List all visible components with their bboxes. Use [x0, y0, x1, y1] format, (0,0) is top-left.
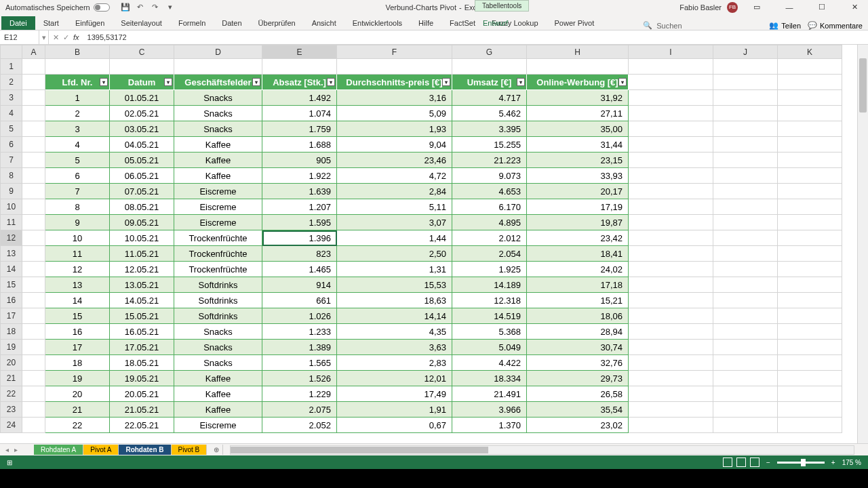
comments-button[interactable]: 💬Kommentare [808, 21, 863, 30]
view-normal-icon[interactable] [723, 458, 732, 467]
table-cell[interactable]: 15,21 [527, 293, 629, 308]
table-cell[interactable]: 4.895 [452, 215, 527, 230]
row-header-8[interactable]: 8 [1, 168, 22, 184]
table-cell[interactable]: 18.05.21 [110, 355, 174, 371]
new-sheet-button[interactable]: ⊕ [207, 445, 223, 455]
table-header-1[interactable]: Lfd. Nr.▾ [45, 75, 110, 90]
table-cell[interactable]: 35,54 [527, 402, 629, 418]
table-cell[interactable]: 1.759 [262, 121, 337, 137]
table-cell[interactable]: 3,16 [337, 90, 452, 106]
cell-A11[interactable] [22, 215, 45, 230]
cell-J1[interactable] [713, 59, 778, 75]
cell-J16[interactable] [713, 293, 778, 308]
table-cell[interactable]: 1.207 [262, 199, 337, 215]
table-cell[interactable]: 1,44 [337, 230, 452, 246]
col-header-J[interactable]: J [713, 45, 778, 59]
table-cell[interactable]: Softdrinks [174, 293, 262, 308]
table-cell[interactable]: 905 [262, 152, 337, 168]
cell-I4[interactable] [629, 106, 713, 121]
cell-K1[interactable] [778, 59, 842, 75]
table-cell[interactable]: 11.05.21 [110, 246, 174, 262]
cell-A6[interactable] [22, 137, 45, 152]
cell-J9[interactable] [713, 184, 778, 199]
table-cell[interactable]: 1.492 [262, 90, 337, 106]
zoom-slider[interactable] [777, 462, 825, 464]
table-cell[interactable]: 1.565 [262, 355, 337, 371]
user-name[interactable]: Fabio Basler [679, 3, 722, 12]
cell-I23[interactable] [629, 402, 713, 418]
cell-I10[interactable] [629, 199, 713, 215]
row-header-15[interactable]: 15 [1, 277, 22, 293]
table-cell[interactable]: Softdrinks [174, 277, 262, 293]
table-cell[interactable]: 5.368 [452, 324, 527, 340]
row-header-13[interactable]: 13 [1, 246, 22, 262]
table-cell[interactable]: 02.05.21 [110, 106, 174, 121]
tab-power pivot[interactable]: Power Pivot [547, 16, 603, 30]
table-cell[interactable]: 17,49 [337, 386, 452, 402]
cell-K2[interactable] [778, 75, 842, 90]
cell-A19[interactable] [22, 340, 45, 355]
table-cell[interactable]: 27,11 [527, 106, 629, 121]
col-header-I[interactable]: I [629, 45, 713, 59]
table-cell[interactable]: 1,91 [337, 402, 452, 418]
zoom-level[interactable]: 175 % [842, 459, 861, 466]
cell-C1[interactable] [110, 59, 174, 75]
col-header-G[interactable]: G [452, 45, 527, 59]
cell-K17[interactable] [778, 308, 842, 324]
table-cell[interactable]: 2.012 [452, 230, 527, 246]
cell-A18[interactable] [22, 324, 45, 340]
cell-J19[interactable] [713, 340, 778, 355]
table-cell[interactable]: 16.05.21 [110, 324, 174, 340]
table-header-3[interactable]: Geschäftsfelder▾ [174, 75, 262, 90]
cell-K5[interactable] [778, 121, 842, 137]
table-cell[interactable]: 23,42 [527, 230, 629, 246]
vertical-scrollbar[interactable] [857, 45, 868, 443]
cell-J13[interactable] [713, 246, 778, 262]
cell-F1[interactable] [337, 59, 452, 75]
table-cell[interactable]: 6.170 [452, 199, 527, 215]
cell-A4[interactable] [22, 106, 45, 121]
cell-I16[interactable] [629, 293, 713, 308]
view-pagebreak-icon[interactable] [750, 458, 760, 467]
cell-I19[interactable] [629, 340, 713, 355]
redo-icon[interactable]: ↷ [151, 3, 160, 12]
table-cell[interactable]: 1.074 [262, 106, 337, 121]
table-cell[interactable]: 1.396 [262, 230, 337, 246]
table-cell[interactable]: 4.422 [452, 355, 527, 371]
cell-J18[interactable] [713, 324, 778, 340]
table-header-7[interactable]: Online-Werbung [€]▾ [527, 75, 629, 90]
table-cell[interactable]: 2.054 [452, 246, 527, 262]
tab-einfügen[interactable]: Einfügen [67, 16, 113, 30]
table-cell[interactable]: 23,46 [337, 152, 452, 168]
table-cell[interactable]: 14.189 [452, 277, 527, 293]
tab-entwicklertools[interactable]: Entwicklertools [344, 16, 410, 30]
table-cell[interactable]: 1.688 [262, 137, 337, 152]
table-cell[interactable]: 21 [45, 402, 110, 418]
row-header-3[interactable]: 3 [1, 90, 22, 106]
col-header-E[interactable]: E [262, 45, 337, 59]
table-cell[interactable]: 17,18 [527, 277, 629, 293]
cell-K13[interactable] [778, 246, 842, 262]
table-cell[interactable]: 04.05.21 [110, 137, 174, 152]
cell-I7[interactable] [629, 152, 713, 168]
select-all-corner[interactable] [1, 45, 22, 59]
cell-J15[interactable] [713, 277, 778, 293]
table-cell[interactable]: 4,72 [337, 168, 452, 184]
table-cell[interactable]: 2,84 [337, 184, 452, 199]
table-cell[interactable]: 18.334 [452, 371, 527, 386]
sheet-tab-pivot-b[interactable]: Pivot B [172, 445, 208, 455]
tab-start[interactable]: Start [35, 16, 67, 30]
table-cell[interactable]: 15,53 [337, 277, 452, 293]
table-cell[interactable]: Snacks [174, 90, 262, 106]
table-cell[interactable]: 03.05.21 [110, 121, 174, 137]
table-cell[interactable]: 2.075 [262, 402, 337, 418]
row-header-9[interactable]: 9 [1, 184, 22, 199]
table-cell[interactable]: 19 [45, 371, 110, 386]
table-cell[interactable]: 7 [45, 184, 110, 199]
cell-J7[interactable] [713, 152, 778, 168]
table-cell[interactable]: 07.05.21 [110, 184, 174, 199]
cell-J22[interactable] [713, 386, 778, 402]
table-cell[interactable]: Snacks [174, 121, 262, 137]
cell-A23[interactable] [22, 402, 45, 418]
cell-A2[interactable] [22, 75, 45, 90]
